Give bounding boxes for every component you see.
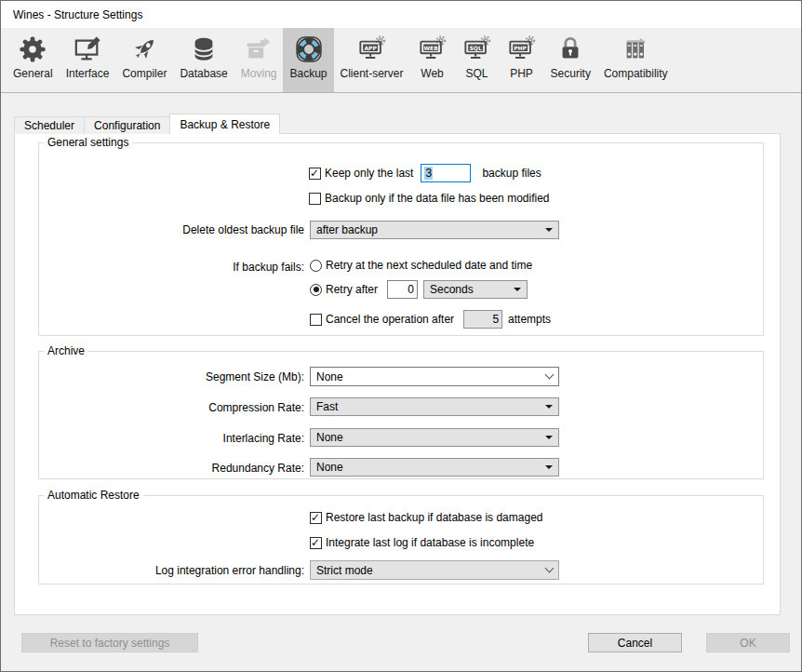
tab-label: Backup & Restore	[180, 118, 270, 131]
tab-backup-restore[interactable]: Backup & Restore	[169, 114, 280, 134]
tab-label: Scheduler	[24, 119, 74, 132]
reset-factory-button: Reset to factory settings	[21, 633, 198, 652]
keep-only-last-label: Keep only the last	[325, 167, 413, 180]
svg-text:PHP: PHP	[514, 45, 527, 51]
toolbar-label: Security	[551, 67, 591, 80]
retry-scheduled-radio[interactable]	[310, 260, 322, 272]
toolbar-label: Backup	[289, 67, 327, 80]
toolbar-item-sql[interactable]: SQL SQL	[455, 28, 500, 92]
backup-if-modified-label: Backup only if the data file has been mo…	[325, 192, 550, 205]
title-bar: Wines - Structure Settings	[1, 1, 801, 28]
ok-label: OK	[740, 637, 755, 650]
tab-label: Configuration	[94, 119, 160, 132]
retry-after-unit-dropdown[interactable]: Seconds	[423, 280, 528, 299]
toolbar-item-web[interactable]: WEB Web	[410, 28, 455, 92]
keep-only-last-checkbox[interactable]	[309, 168, 321, 180]
dropdown-arrow-icon	[545, 405, 553, 409]
structure-settings-dialog: Wines - Structure Settings General	[0, 0, 802, 672]
redundancy-rate-value: None	[316, 461, 343, 474]
reset-factory-label: Reset to factory settings	[50, 637, 170, 650]
box-arrow-icon	[243, 33, 274, 66]
cancel-button[interactable]: Cancel	[588, 633, 682, 652]
toolbar-item-compiler[interactable]: Compiler	[115, 28, 173, 92]
monitor-sql-gear-icon: SQL	[461, 33, 493, 66]
tab-configuration[interactable]: Configuration	[84, 116, 170, 134]
window-title: Wines - Structure Settings	[13, 8, 142, 21]
monitor-pencil-icon	[72, 33, 103, 66]
redundancy-rate-label: Redundancy Rate:	[212, 462, 304, 475]
retry-after-value-input[interactable]: 0	[387, 280, 418, 299]
delete-oldest-dropdown[interactable]: after backup	[310, 221, 559, 239]
chevron-down-icon	[545, 564, 555, 573]
ok-button: OK	[706, 633, 790, 652]
general-settings-title: General settings	[44, 136, 132, 149]
toolbar-label: Moving	[241, 67, 277, 80]
integrate-last-log-label: Integrate last log if database is incomp…	[326, 536, 534, 549]
delete-oldest-value: after backup	[316, 223, 378, 236]
servers-arrow-icon	[620, 33, 651, 66]
archive-title: Archive	[44, 344, 88, 357]
integrate-last-log-row: Integrate last log if database is incomp…	[310, 535, 534, 550]
tab-strip: Scheduler Configuration Backup & Restore	[14, 114, 279, 134]
retry-scheduled-row: Retry at the next scheduled date and tim…	[310, 258, 532, 273]
compression-rate-label: Compression Rate:	[208, 401, 304, 414]
log-error-handling-label: Log integration error handling:	[155, 564, 304, 577]
toolbar-label: PHP	[510, 67, 533, 80]
chevron-down-icon	[545, 370, 555, 380]
log-error-handling-dropdown[interactable]: Strict mode	[310, 560, 559, 580]
interlacing-rate-dropdown[interactable]: None	[310, 428, 559, 447]
segment-size-value: None	[316, 370, 343, 383]
keep-last-row: Keep only the last 3 backup files	[309, 163, 541, 183]
interlacing-rate-value: None	[316, 431, 343, 444]
attempts-input: 5	[463, 310, 502, 329]
lock-icon	[555, 33, 586, 66]
backup-if-modified-checkbox[interactable]	[309, 193, 321, 205]
retry-unit-value: Seconds	[430, 283, 474, 296]
dropdown-arrow-icon	[545, 228, 553, 232]
compression-rate-value: Fast	[316, 400, 338, 413]
segment-size-dropdown[interactable]: None	[310, 367, 559, 386]
lifebuoy-icon	[293, 33, 325, 66]
svg-text:SQL: SQL	[469, 45, 481, 51]
restore-last-backup-label: Restore last backup if database is damag…	[326, 511, 542, 524]
toolbar-label: Interface	[66, 67, 110, 80]
toolbar-label: SQL	[466, 67, 488, 80]
toolbar-item-php[interactable]: PHP PHP	[500, 28, 544, 92]
automatic-restore-title: Automatic Restore	[44, 489, 143, 502]
toolbar-label: Compatibility	[604, 67, 668, 80]
compression-rate-dropdown[interactable]: Fast	[310, 397, 559, 416]
svg-text:WEB: WEB	[423, 45, 438, 51]
dropdown-arrow-icon	[545, 436, 553, 439]
restore-last-backup-checkbox[interactable]	[310, 512, 322, 524]
toolbar-item-general[interactable]: General	[7, 28, 60, 92]
retry-after-radio[interactable]	[310, 284, 322, 296]
toolbar-item-client-server[interactable]: APP Client-server	[334, 28, 410, 92]
monitor-php-gear-icon: PHP	[506, 33, 538, 66]
toolbar-label: Database	[180, 67, 227, 80]
toolbar-item-backup[interactable]: Backup	[283, 28, 333, 92]
gear-icon	[17, 33, 48, 66]
delete-oldest-label: Delete oldest backup file	[182, 223, 304, 236]
monitor-app-gear-icon: APP	[356, 33, 388, 66]
dropdown-arrow-icon	[514, 288, 521, 291]
toolbar-item-security[interactable]: Security	[544, 28, 597, 92]
toolbar-item-compatibility[interactable]: Compatibility	[597, 28, 675, 92]
interlacing-rate-label: Interlacing Rate:	[223, 432, 304, 445]
if-backup-fails-label: If backup fails:	[233, 261, 304, 274]
tab-scheduler[interactable]: Scheduler	[14, 116, 85, 134]
cancel-operation-checkbox[interactable]	[310, 314, 322, 326]
retry-after-row: Retry after 0 Seconds	[310, 279, 528, 300]
cancel-operation-row: Cancel the operation after 5 attempts	[310, 309, 551, 329]
retry-after-label: Retry after	[326, 283, 378, 296]
keep-count-input[interactable]: 3	[421, 164, 471, 182]
redundancy-rate-dropdown[interactable]: None	[310, 458, 559, 477]
attempts-label: attempts	[508, 313, 551, 326]
retry-scheduled-label: Retry at the next scheduled date and tim…	[326, 259, 532, 272]
toolbar-item-interface[interactable]: Interface	[60, 28, 116, 92]
backup-modified-row: Backup only if the data file has been mo…	[309, 191, 550, 206]
toolbar-label: Compiler	[122, 67, 167, 80]
restore-last-backup-row: Restore last backup if database is damag…	[310, 510, 542, 525]
integrate-last-log-checkbox[interactable]	[310, 537, 322, 549]
toolbar-item-database[interactable]: Database	[173, 28, 234, 92]
toolbar-label: General	[13, 67, 53, 80]
